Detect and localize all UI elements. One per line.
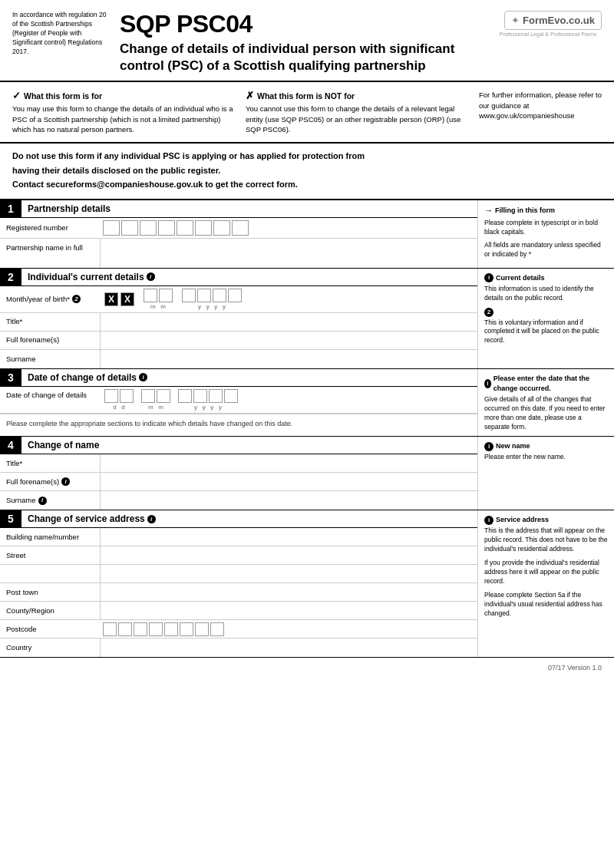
building-input[interactable] [104,533,474,541]
full-forenames-input[interactable] [104,336,474,345]
year-box-5[interactable] [178,389,192,403]
day-label: d d [113,404,125,411]
sidebar-service-address: i Service address This is the address th… [484,515,608,554]
s4-title-input[interactable] [104,459,474,467]
street-field-2 [100,565,477,583]
s4-forenames-input[interactable] [104,477,474,486]
section-4-header: 4 Change of name [0,437,477,454]
sidebar-current-details: i Current details This information is us… [484,273,608,303]
date-change-boxes: d d m m [100,387,243,413]
building-field [100,528,477,546]
s4-sidebar-body: Please enter the new name. [484,453,608,462]
post-town-input[interactable] [104,588,474,596]
reg-box-1[interactable] [103,220,120,236]
year-box-4[interactable] [228,289,242,302]
registered-number-boxes [100,218,477,238]
info-row: ✓ What this form is for You may use this… [0,82,614,144]
tick-icon: ✓ [12,90,21,101]
county-field [100,602,477,619]
section-4-main: 4 Change of name Title* Full forename(s)… [0,437,477,510]
street-input-2[interactable] [104,569,474,578]
country-input[interactable] [104,644,474,652]
reg-box-5[interactable] [177,220,193,236]
day-box-2[interactable] [120,389,134,403]
month-box-4[interactable] [157,389,170,403]
county-input[interactable] [104,606,474,615]
reg-box-7[interactable] [213,220,230,236]
month-box-1[interactable] [144,289,157,302]
section-1-number: 1 [0,200,21,217]
postcode-box-1[interactable] [103,622,117,636]
street-row: Street [0,546,477,565]
s4-sidebar-title: New name [496,441,530,451]
sidebar-voluntary: 2 This is voluntary information and if c… [484,308,608,346]
s4-forenames-row: Full forename(s) i [0,473,477,491]
title-label: Title* [0,313,100,331]
section-2-header: 2 Individual's current details i [0,269,477,286]
postcode-box-2[interactable] [118,622,132,636]
reg-box-2[interactable] [121,220,138,236]
filling-in-body1: Please complete in typescript or in bold… [484,219,608,237]
street-label: Street [0,546,100,564]
postcode-box-8[interactable] [210,622,224,636]
section-2: 2 Individual's current details i Month/y… [0,269,614,369]
reg-box-6[interactable] [195,220,212,236]
street-input[interactable] [104,551,474,559]
form-subtitle: Change of details of individual person w… [120,41,494,74]
s4-forenames-info: i [61,477,70,486]
year-box-6[interactable] [193,389,207,403]
section-1-main: 1 Partnership details Registered number [0,200,477,268]
section-3-header: 3 Date of change of details i [0,369,477,387]
header-center: SQP PSC04 Change of details of individua… [112,11,494,74]
surname-row: Surname [0,350,477,368]
month-box-3[interactable] [141,389,155,403]
postcode-box-4[interactable] [149,622,163,636]
month-box-2[interactable] [159,289,173,302]
county-row: County/Region [0,602,477,620]
reg-box-8[interactable] [232,220,249,236]
year-box-3[interactable] [213,289,226,302]
section-3-sidebar: i Please enter the date that the change … [477,369,614,437]
section-3-main: 3 Date of change of details i Date of ch… [0,369,477,437]
postcode-box-6[interactable] [180,622,193,636]
month-label-3: m m [148,404,163,411]
form-id: SQP PSC04 [120,11,494,38]
partnership-name-field [100,239,477,268]
section-3: 3 Date of change of details i Date of ch… [0,369,614,437]
year-box-8[interactable] [224,389,238,403]
surname-input[interactable] [104,355,474,363]
surname-label: Surname [0,350,100,368]
postcode-box-3[interactable] [134,622,147,636]
s5-sidebar-title: Service address [496,515,549,525]
partnership-name-input[interactable] [104,240,474,249]
s5-section5a-body: Please complete Section 5a if the indivi… [484,591,608,619]
sidebar-circle-3: i [484,379,491,388]
reg-box-3[interactable] [140,220,157,236]
postcode-box-5[interactable] [164,622,178,636]
current-details-title: Current details [496,273,545,283]
street-label-2 [0,565,100,583]
year-box-1[interactable] [182,289,196,302]
year-box-7[interactable] [209,389,223,403]
day-box-1[interactable] [104,389,118,403]
sidebar-circle-2: 2 [484,308,494,317]
section-5-title: Change of service address i [21,510,477,527]
month-label: m m [150,303,166,310]
title-input[interactable] [104,318,474,326]
what-for-title: What this form is for [24,91,102,101]
county-label: County/Region [0,602,100,619]
year-box-2[interactable] [197,289,211,302]
section-4: 4 Change of name Title* Full forename(s)… [0,437,614,510]
s4-title-field [100,454,477,472]
s4-surname-input[interactable] [104,497,474,505]
reg-box-4[interactable] [158,220,175,236]
postcode-box-7[interactable] [195,622,209,636]
sidebar-residential: If you provide the individual's resident… [484,559,608,586]
section-4-sidebar: i New name Please enter the new name. [477,437,614,510]
section-1-title: Partnership details [21,200,477,217]
section-5-main: 5 Change of service address i Building n… [0,510,477,657]
footer: 07/17 Version 1.0 [0,658,614,678]
info-box-what-for: ✓ What this form is for You may use this… [12,90,238,134]
month-year-label: Month/year of birth* 2 [0,286,100,312]
sidebar-circle-1: i [484,273,494,282]
